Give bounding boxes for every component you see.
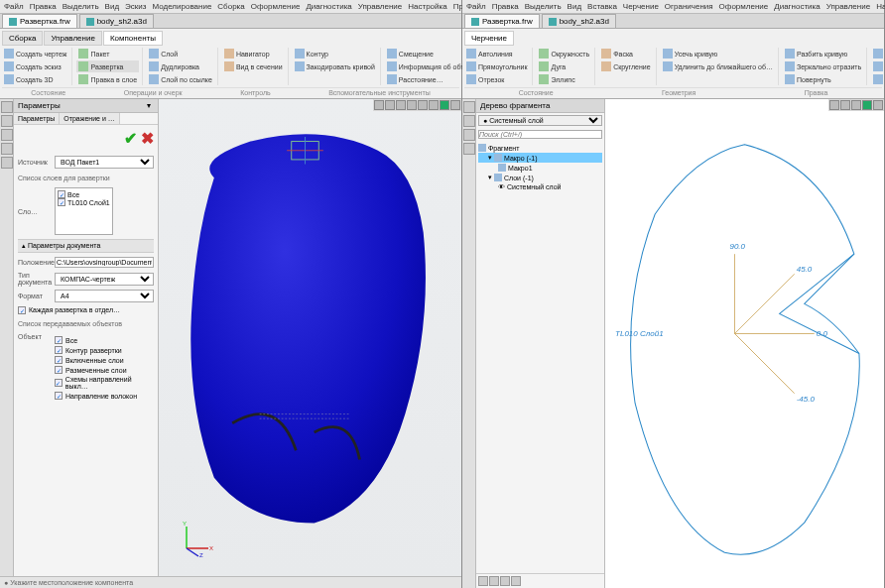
document-tab[interactable]: body_sh2.a3d	[79, 14, 154, 28]
ribbon-button[interactable]: Копия указанием	[871, 48, 885, 59]
tool-icon[interactable]	[463, 101, 475, 113]
tree-tool-icon[interactable]	[511, 576, 521, 586]
ribbon-tab[interactable]: Компоненты	[103, 31, 163, 46]
tree-search-input[interactable]	[478, 130, 602, 139]
menu-item[interactable]: Правка	[30, 2, 57, 11]
doctype-select[interactable]: КОМПАС-чертеж	[55, 273, 154, 286]
ribbon-button[interactable]: Фаска	[599, 48, 652, 59]
menu-item[interactable]: Сборка	[217, 2, 244, 11]
close-icon[interactable]: ▾	[144, 101, 154, 110]
vp-tool-icon[interactable]	[873, 100, 883, 110]
tree-node[interactable]: Макро1	[478, 163, 602, 173]
tree-tool-icon[interactable]	[489, 576, 499, 586]
menu-item[interactable]: Файл	[466, 2, 486, 11]
layer-listbox[interactable]: ✓Все ✓ТL010 Слой1	[55, 187, 113, 235]
menu-item[interactable]: Управление	[826, 2, 870, 11]
ribbon-button[interactable]: Усечь кривую	[661, 48, 775, 59]
subtab[interactable]: Отражение и …	[60, 113, 119, 124]
menu-item[interactable]: Диагностика	[306, 2, 351, 11]
vp-tool-icon[interactable]	[829, 100, 839, 110]
menu-item[interactable]: Эскиз	[125, 2, 146, 11]
viewport-3d[interactable]: Y X Z	[159, 99, 461, 576]
source-select[interactable]: ВОД Пакет1	[55, 156, 154, 169]
vp-tool-icon[interactable]	[450, 100, 460, 110]
ribbon-button[interactable]: Дуга	[537, 60, 591, 72]
section-header[interactable]: ▴ Параметры документа	[18, 239, 154, 253]
ribbon-button[interactable]: Создать чертеж	[2, 48, 68, 59]
ribbon-button[interactable]: Слой по ссылке	[147, 73, 214, 85]
checkbox-item[interactable]: ✓Размеченные слои	[55, 365, 154, 375]
checkbox-item[interactable]: ✓Контур развертки	[55, 345, 154, 355]
ribbon-button[interactable]: Развертка	[76, 60, 139, 72]
cancel-button[interactable]: ✖	[141, 129, 154, 148]
menu-item[interactable]: Правка	[492, 2, 519, 11]
menu-item[interactable]: Настройка	[408, 2, 446, 11]
ribbon-tab[interactable]: Управление	[44, 31, 101, 46]
menu-item[interactable]: Вставка	[587, 2, 617, 11]
tree-node[interactable]: 👁Системный слой	[478, 182, 602, 191]
ribbon-button[interactable]: Автолиния	[464, 48, 529, 59]
ribbon-button[interactable]: Скругление	[599, 60, 652, 72]
menubar-right[interactable]: Файл Правка Выделить Вид Вставка Черчени…	[462, 0, 884, 14]
document-tab[interactable]: Развертка.frw	[464, 14, 540, 28]
menu-item[interactable]: Ограничения	[665, 2, 713, 11]
ribbon-button[interactable]: Масштабиров…	[871, 73, 885, 85]
tree-tool-icon[interactable]	[500, 576, 510, 586]
tool-icon[interactable]	[463, 115, 475, 127]
vp-tool-icon[interactable]	[851, 100, 861, 110]
layer-combo[interactable]: ● Системный слой	[478, 115, 602, 126]
ribbon-button[interactable]: Создать эскиз	[2, 60, 68, 72]
tool-icon[interactable]	[1, 143, 13, 155]
menu-item[interactable]: Файл	[4, 2, 24, 11]
tree-tool-icon[interactable]	[478, 576, 488, 586]
tree-node-root[interactable]: Фрагмент	[478, 143, 602, 153]
ribbon-button[interactable]: Эллипс	[537, 73, 591, 85]
tree-node[interactable]: ▾Слои (-1)	[478, 173, 602, 182]
ribbon-button[interactable]: Навигатор	[222, 48, 285, 59]
apply-button[interactable]: ✔	[124, 129, 137, 148]
menu-item[interactable]: Управление	[358, 2, 402, 11]
ribbon-button[interactable]: Контур	[293, 48, 377, 59]
ribbon-button[interactable]: Удлинить до ближайшего об…	[661, 60, 775, 72]
ribbon-button[interactable]: Отрезок	[464, 73, 529, 85]
vp-tool-icon[interactable]	[862, 100, 872, 110]
ribbon-tab[interactable]: Черчение	[464, 31, 514, 46]
menu-item[interactable]: Оформление	[719, 2, 769, 11]
ribbon-tab[interactable]: Сборка	[2, 31, 43, 46]
subtab[interactable]: Параметры	[14, 113, 60, 124]
format-select[interactable]: А4	[55, 290, 154, 302]
ribbon-button[interactable]: Окружность	[537, 48, 591, 59]
tool-icon[interactable]	[463, 143, 475, 155]
ribbon-button[interactable]: Вид в сечении	[222, 60, 285, 72]
ribbon-button[interactable]: Повернуть	[783, 73, 863, 85]
ribbon-button[interactable]: Зеркально отразить	[783, 60, 863, 72]
menu-item[interactable]: Вид	[105, 2, 119, 11]
menu-item[interactable]: Моделирование	[152, 2, 211, 11]
menu-item[interactable]: Оформление	[251, 2, 301, 11]
menu-item[interactable]: Диагностика	[774, 2, 820, 11]
menu-item[interactable]: Выделить	[525, 2, 562, 11]
document-tab[interactable]: body_sh2.a3d	[542, 14, 616, 28]
ribbon-button[interactable]: Разбить кривую	[783, 48, 863, 59]
menu-item[interactable]: Настройка	[876, 2, 885, 11]
checkbox-item[interactable]: ✓Направление волокон	[55, 391, 154, 401]
path-input[interactable]	[55, 257, 154, 268]
tool-icon[interactable]	[1, 157, 13, 169]
tool-icon[interactable]	[1, 115, 13, 127]
menu-item[interactable]: Черчение	[623, 2, 659, 11]
checkbox-item[interactable]: ✓Включенные слои	[55, 355, 154, 365]
menu-item[interactable]: Выделить	[63, 2, 99, 11]
ribbon-button[interactable]: Пакет	[76, 48, 139, 59]
checkbox-item[interactable]: ✓Все	[55, 335, 154, 345]
ribbon-button[interactable]: Штриховка	[871, 60, 885, 72]
menubar-left[interactable]: Файл Правка Выделить Вид Эскиз Моделиров…	[0, 0, 461, 14]
checkbox-item[interactable]: ✓Схемы направлений выкл…	[55, 375, 154, 391]
ribbon-button[interactable]: Правка в слое	[76, 73, 139, 85]
tool-icon[interactable]	[1, 129, 13, 141]
ribbon-button[interactable]: Закодировать кривой	[293, 60, 377, 72]
menu-item[interactable]: Вид	[568, 2, 581, 11]
tool-icon[interactable]	[463, 129, 475, 141]
vp-tool-icon[interactable]	[840, 100, 850, 110]
tool-icon[interactable]	[1, 101, 13, 113]
ribbon-button[interactable]: Слой	[147, 48, 214, 59]
